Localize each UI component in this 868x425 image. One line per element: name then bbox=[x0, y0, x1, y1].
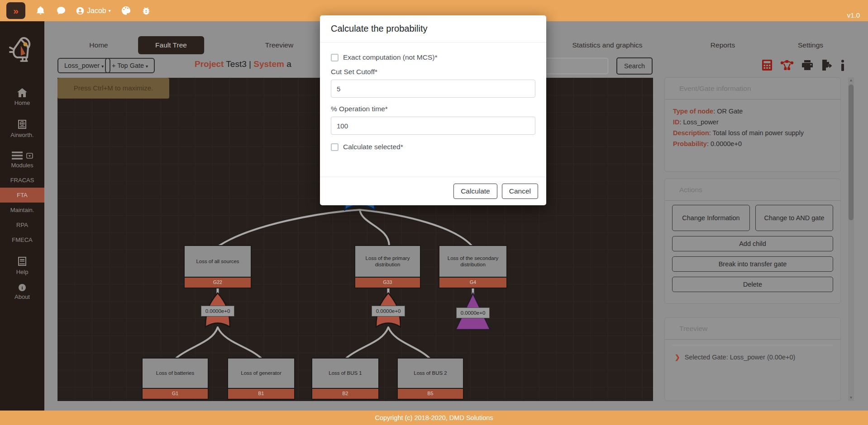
calculator-icon[interactable] bbox=[762, 59, 773, 71]
modal-title: Calculate the probability bbox=[320, 15, 546, 42]
card-header: Actions bbox=[665, 179, 840, 201]
app-version: v1.0 bbox=[847, 11, 860, 19]
search-button[interactable]: Search bbox=[616, 57, 653, 75]
fta-toolbar-icons bbox=[762, 59, 845, 71]
delete-button[interactable]: Delete bbox=[672, 277, 833, 292]
tab-reports[interactable]: Reports bbox=[711, 36, 735, 54]
gate-select-dropdown[interactable]: Loss_power ▾ bbox=[57, 58, 110, 73]
book-globe-icon bbox=[17, 119, 28, 130]
bell-icon[interactable] bbox=[35, 5, 46, 16]
tree-node-b2[interactable]: Loss of BUS 1 B2 bbox=[311, 358, 379, 400]
svg-text:i: i bbox=[21, 285, 23, 290]
probability-row: Probability: 0.0000e+0 bbox=[673, 138, 832, 149]
operation-time-input[interactable] bbox=[331, 117, 535, 135]
operation-time-label: % Operation time* bbox=[331, 105, 535, 113]
cut-set-cutoff-label: Cut Set Cutoff* bbox=[331, 68, 535, 76]
calculate-button[interactable]: Calculate bbox=[453, 184, 497, 199]
tree-node-id: B1 bbox=[227, 389, 295, 400]
home-icon bbox=[17, 88, 28, 98]
fault-tree-diagram-icon[interactable] bbox=[780, 60, 794, 71]
tree-node-id: G22 bbox=[184, 278, 252, 288]
chevron-right-icon: ❯ bbox=[675, 354, 680, 361]
break-into-transfer-gate-button[interactable]: Break into transfer gate bbox=[672, 256, 833, 272]
info-icon[interactable] bbox=[840, 60, 845, 71]
sidebar-item-rpa[interactable]: RPA bbox=[0, 217, 44, 232]
treeview-selected-gate[interactable]: ❯ Selected Gate: Loss_power (0.00e+0) bbox=[665, 345, 840, 361]
tree-node-label: Loss of the primary distribution bbox=[354, 245, 421, 278]
tree-node-g33[interactable]: Loss of the primary distribution G33 bbox=[354, 245, 421, 288]
tab-statistics-and-graphics[interactable]: Statistics and graphics bbox=[572, 36, 642, 54]
tab-home[interactable]: Home bbox=[89, 36, 108, 54]
type-of-node-row: Type of node: OR Gate bbox=[673, 106, 832, 117]
scrollbar-thumb[interactable] bbox=[849, 85, 854, 220]
scroll-up-arrow[interactable]: ▲ bbox=[848, 77, 854, 84]
event-gate-information-card: Event/Gate information Type of node: OR … bbox=[664, 77, 841, 172]
sidebar: Home Airworth. Modules FRACAS FTA Mainta… bbox=[0, 21, 44, 411]
gate-probability-chip[interactable]: 0.0000e+0 bbox=[372, 306, 405, 316]
sidebar-item-fta[interactable]: FTA bbox=[0, 188, 44, 203]
event-gate-info-body: Type of node: OR Gate ID: Loss_power Des… bbox=[665, 99, 840, 156]
panel-scrollbar[interactable]: ▲ ▼ bbox=[848, 77, 854, 401]
scroll-down-arrow[interactable]: ▼ bbox=[848, 395, 854, 401]
sidebar-item-fracas[interactable]: FRACAS bbox=[0, 173, 44, 188]
change-information-button[interactable]: Change Information bbox=[672, 205, 750, 231]
page-title: Project Test3 | System a bbox=[195, 59, 291, 69]
tree-node-g1[interactable]: Loss of batteries G1 bbox=[142, 358, 209, 400]
calculate-selected-checkbox[interactable] bbox=[331, 143, 339, 151]
calculate-selected-checkbox-row[interactable]: Calculate selected* bbox=[331, 143, 535, 151]
gate-probability-chip[interactable]: 0.0000e+0 bbox=[456, 307, 490, 318]
chevron-down-icon: ▾ bbox=[101, 64, 104, 69]
tree-node-label: Loss of generator bbox=[227, 358, 295, 389]
sidebar-item-airworthiness[interactable]: Airworth. bbox=[0, 115, 44, 142]
tab-fault-tree[interactable]: Fault Tree bbox=[138, 36, 204, 54]
tree-node-id: B2 bbox=[311, 389, 379, 400]
maximize-hint-tooltip: Press Ctrl+M to maximize. bbox=[57, 78, 169, 99]
add-child-button[interactable]: Add child bbox=[672, 236, 833, 251]
id-row: ID: Loss_power bbox=[673, 117, 832, 128]
add-top-gate-dropdown[interactable]: + Top Gate ▾ bbox=[105, 58, 155, 73]
sidebar-item-modules[interactable]: Modules bbox=[0, 147, 44, 173]
tree-node-label: Loss of batteries bbox=[142, 358, 209, 389]
tree-node-id: G4 bbox=[439, 278, 507, 288]
change-to-and-gate-button[interactable]: Change to AND gate bbox=[755, 205, 833, 231]
bug-report-icon[interactable] bbox=[141, 6, 151, 16]
user-icon bbox=[76, 6, 85, 15]
sidebar-item-fmeca[interactable]: FMECA bbox=[0, 232, 44, 247]
exact-computation-checkbox[interactable] bbox=[331, 54, 339, 61]
card-header: Treeview bbox=[665, 318, 840, 340]
treeview-card: Treeview ❯ Selected Gate: Loss_power (0.… bbox=[664, 317, 841, 401]
tree-node-g4[interactable]: Loss of the secondary distribution G4 bbox=[439, 245, 507, 288]
tree-node-b5[interactable]: Loss of BUS 2 B5 bbox=[397, 358, 464, 400]
tree-node-b1[interactable]: Loss of generator B1 bbox=[227, 358, 295, 400]
user-menu[interactable]: Jacob ▾ bbox=[76, 6, 111, 15]
theme-palette-icon[interactable] bbox=[121, 5, 131, 16]
cut-set-cutoff-input[interactable] bbox=[331, 80, 535, 98]
footer: Copyright (c) 2018-2020, DMD Solutions bbox=[0, 411, 868, 425]
exact-computation-checkbox-row[interactable]: Exact computation (not MCS)* bbox=[331, 53, 535, 61]
tab-settings[interactable]: Settings bbox=[798, 36, 823, 54]
tree-node-g22[interactable]: Loss of all sources G22 bbox=[184, 245, 252, 288]
description-row: Description: Total loss of main power su… bbox=[673, 128, 832, 138]
gate-probability-chip[interactable]: 0.0000e+0 bbox=[201, 306, 234, 316]
tree-node-id: G1 bbox=[142, 389, 209, 400]
tree-node-label: Loss of all sources bbox=[184, 245, 252, 278]
tree-node-id: G33 bbox=[354, 278, 421, 288]
copyright-text: Copyright (c) 2018-2020, DMD Solutions bbox=[375, 414, 493, 421]
chevron-down-icon: ▾ bbox=[146, 64, 148, 69]
sidebar-item-about[interactable]: i About bbox=[0, 279, 44, 304]
sidebar-item-help[interactable]: Help bbox=[0, 252, 44, 279]
printer-icon[interactable] bbox=[801, 60, 813, 71]
dropdown-box-icon bbox=[26, 153, 33, 159]
tab-treeview[interactable]: Treeview bbox=[265, 36, 293, 54]
export-file-icon[interactable] bbox=[821, 59, 833, 71]
sidebar-item-home[interactable]: Home bbox=[0, 84, 44, 110]
sidebar-collapse-button[interactable]: » bbox=[6, 2, 25, 19]
help-book-icon bbox=[17, 256, 28, 267]
chat-icon[interactable] bbox=[56, 5, 67, 16]
sidebar-item-maintain[interactable]: Maintain. bbox=[0, 203, 44, 217]
actions-card: Actions Change Information Change to AND… bbox=[664, 179, 841, 304]
cancel-button[interactable]: Cancel bbox=[502, 184, 538, 199]
tree-node-id: B5 bbox=[397, 389, 464, 400]
tree-node-label: Loss of BUS 2 bbox=[397, 358, 464, 389]
tree-node-label: Loss of BUS 1 bbox=[311, 358, 379, 389]
